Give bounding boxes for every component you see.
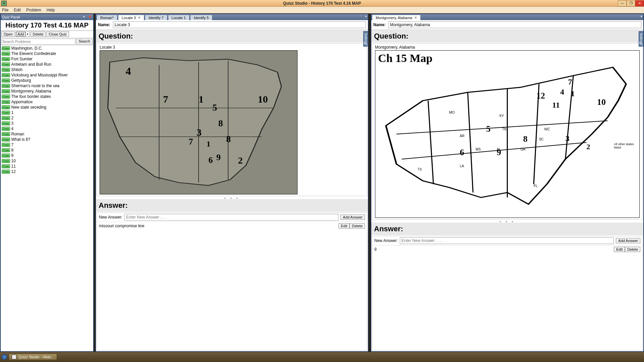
- maximize-button[interactable]: ❐: [627, 0, 635, 6]
- left-new-answer-row: New Answer: Add Answer: [97, 213, 367, 222]
- problem-item[interactable]: FreeAntietam and Bull Run: [1, 62, 93, 67]
- problem-label: New state seceding: [11, 105, 47, 110]
- menu-problem[interactable]: Problem: [26, 8, 41, 12]
- problem-item[interactable]: Free7: [1, 142, 93, 147]
- problem-label: Gettysburg: [11, 78, 31, 83]
- workspace: Quiz Panel ▾ 📌 History 170 Test 4.16 MAP…: [0, 13, 644, 352]
- problem-item[interactable]: Free2: [1, 115, 93, 121]
- map-number: 9: [216, 153, 221, 163]
- problem-item[interactable]: FreeThe four border states: [1, 94, 93, 99]
- left-splitter[interactable]: ● ● ●: [96, 197, 368, 199]
- problem-item[interactable]: FreeThe Elevent Confederate: [1, 51, 93, 56]
- problem-item[interactable]: FreeWashington, D.C.: [1, 46, 93, 51]
- free-badge: Free: [2, 127, 10, 131]
- menu-help[interactable]: Help: [47, 8, 55, 12]
- name-input[interactable]: [113, 21, 366, 28]
- left-tab-overflow-icon[interactable]: ▾: [365, 15, 367, 18]
- add-dropdown-icon[interactable]: ▾: [25, 32, 30, 36]
- delete-answer-button[interactable]: Delete: [350, 223, 365, 229]
- editor-tab[interactable]: Locate 3✕: [118, 15, 144, 20]
- menubar: File Edit Problem Help: [0, 7, 644, 13]
- problem-item[interactable]: Free12: [1, 169, 93, 174]
- start-button[interactable]: [1, 354, 7, 360]
- new-answer-input[interactable]: [400, 237, 614, 244]
- problem-item[interactable]: FreeGettysburg: [1, 78, 93, 83]
- problem-label: 4: [11, 126, 14, 131]
- problem-item[interactable]: Free3: [1, 121, 93, 126]
- map-number: 8: [523, 134, 528, 144]
- new-answer-input[interactable]: [124, 214, 338, 221]
- tab-label: Locate 3: [122, 16, 136, 20]
- map-number: 4: [125, 65, 131, 77]
- menu-edit[interactable]: Edit: [14, 8, 21, 12]
- editor-tab[interactable]: Roman*: [97, 15, 117, 20]
- close-button[interactable]: ✕: [635, 0, 644, 6]
- right-tab-strip: Montgomery, Alabama✕▾: [371, 14, 643, 20]
- tab-close-icon[interactable]: ✕: [138, 16, 141, 19]
- taskbar-app-button[interactable]: Quizz Studio - Histo...: [9, 354, 57, 360]
- editor-right: Montgomery, Alabama✕▾ Name: Settings Que…: [371, 13, 644, 352]
- editor-tab[interactable]: Identify 5: [190, 15, 213, 20]
- quiz-title: History 170 Test 4.16 MAP: [1, 20, 93, 31]
- map-number: 1: [207, 139, 211, 148]
- search-input[interactable]: [1, 39, 75, 45]
- problem-label: 2: [11, 116, 14, 120]
- problem-item[interactable]: FreeFort Sumter: [1, 56, 93, 62]
- problem-list[interactable]: FreeWashington, D.C.FreeThe Elevent Conf…: [1, 46, 93, 351]
- problem-item[interactable]: FreeMontgomery, Alabama: [1, 88, 93, 94]
- add-answer-button[interactable]: Add Answer: [616, 238, 640, 243]
- edit-answer-button[interactable]: Edit: [338, 223, 350, 229]
- editor-tab[interactable]: Montgomery, Alabama✕: [372, 15, 421, 20]
- name-input[interactable]: [388, 21, 641, 28]
- close-quiz-button[interactable]: Close Quiz: [46, 32, 69, 37]
- tab-label: Montgomery, Alabama: [376, 16, 412, 20]
- map-number: 5: [212, 102, 217, 113]
- right-name-row: Name:: [371, 20, 643, 30]
- problem-item[interactable]: FreeWhat is 6?: [1, 137, 93, 142]
- free-badge: Free: [2, 100, 10, 104]
- add-answer-button[interactable]: Add Answer: [340, 215, 365, 220]
- right-question-title: Question:: [371, 30, 643, 43]
- problem-item[interactable]: Free10: [1, 158, 93, 164]
- quiz-panel-header: Quiz Panel ▾ 📌: [1, 14, 93, 20]
- problem-label: Shiloh: [11, 67, 22, 72]
- problem-item[interactable]: Free4: [1, 126, 93, 131]
- titlebar: N Quizz Studio - History 170 Test 4.16 M…: [0, 0, 644, 7]
- problem-item[interactable]: Free9: [1, 153, 93, 158]
- delete-answer-button[interactable]: Delete: [625, 247, 640, 252]
- tab-close-icon[interactable]: ✕: [414, 16, 417, 19]
- problem-label: 1: [11, 110, 14, 115]
- problem-item[interactable]: FreeNew state seceding: [1, 105, 93, 110]
- right-splitter[interactable]: ● ● ●: [371, 220, 643, 223]
- panel-pin-icon[interactable]: 📌: [88, 15, 92, 19]
- left-answer-title: Answer:: [96, 199, 368, 212]
- edit-answer-button[interactable]: Edit: [614, 247, 625, 252]
- search-button[interactable]: Search: [76, 39, 93, 45]
- problem-item[interactable]: FreeRoman: [1, 131, 93, 137]
- add-button-label[interactable]: Add: [16, 32, 25, 37]
- tab-label: Identify 7: [149, 16, 164, 20]
- editor-tab[interactable]: Identify 7: [145, 15, 167, 20]
- problem-item[interactable]: Free1: [1, 110, 93, 115]
- problem-item[interactable]: FreeAppomattox: [1, 99, 93, 105]
- panel-dropdown-icon[interactable]: ▾: [83, 15, 87, 19]
- free-badge: Free: [2, 52, 10, 56]
- delete-button[interactable]: Delete: [31, 32, 46, 37]
- problem-item[interactable]: FreeVicksburg and Mississippi River: [1, 72, 93, 78]
- problem-item[interactable]: Free11: [1, 164, 93, 169]
- problem-item[interactable]: Free8: [1, 147, 93, 153]
- minimize-button[interactable]: —: [618, 0, 627, 6]
- right-map-title: Ch 15 Map: [378, 52, 432, 65]
- problem-item[interactable]: FreeShiloh: [1, 67, 93, 72]
- right-tab-overflow-icon[interactable]: ▾: [641, 15, 642, 18]
- open-button[interactable]: Open: [1, 32, 15, 37]
- editor-tab[interactable]: Locate 1: [168, 15, 190, 20]
- free-badge: Free: [2, 159, 10, 163]
- add-button[interactable]: Add ▾: [16, 32, 30, 37]
- editor-split: Roman*Locate 3✕Identify 7Locate 1Identif…: [94, 13, 644, 352]
- map-number: 9: [497, 147, 501, 158]
- menu-file[interactable]: File: [2, 8, 8, 12]
- problem-item[interactable]: FreeSherman's route to the sea: [1, 83, 93, 88]
- quiz-panel-title: Quiz Panel: [2, 15, 20, 19]
- map-number: 7: [568, 77, 572, 86]
